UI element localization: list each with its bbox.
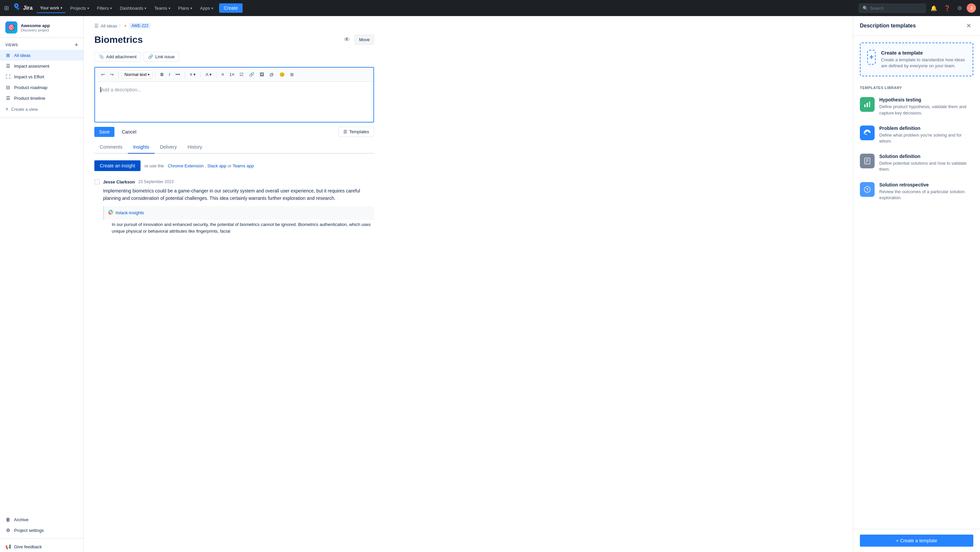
save-button[interactable]: Save [94, 127, 115, 137]
views-header: VIEWS + [0, 38, 83, 50]
sidebar-item-give-feedback[interactable]: 📢 Give feedback [0, 541, 83, 552]
undo-button[interactable]: ↩ [99, 71, 107, 78]
create-template-card[interactable]: + Create a template Create a template to… [860, 43, 973, 76]
slack-app-link[interactable]: Slack app [207, 163, 226, 168]
numbered-list-button[interactable]: 1≡ [228, 71, 237, 78]
notifications-icon[interactable]: 🔔 [929, 3, 939, 13]
chevron-down-icon: ▾ [190, 6, 192, 10]
align-button[interactable]: ≡ ▾ [188, 71, 198, 78]
project-header[interactable]: 🎯 Awesome app Discovery project [0, 16, 83, 38]
breadcrumb-all-ideas[interactable]: All ideas [101, 24, 117, 29]
templates-library-label: TEMPLATES LIBRARY [853, 83, 980, 93]
comment-body: Implementing biometrics could be a game-… [103, 187, 374, 235]
text-style-button[interactable]: Normal text ▾ [121, 70, 153, 79]
sidebar-item-label: Product timeline [14, 96, 45, 101]
sidebar-item-label: All ideas [14, 53, 30, 58]
insights-links: Chrome Extension , Slack app or Teams ap… [168, 163, 254, 168]
toolbar-separator [118, 71, 119, 78]
template-solution-retrospective[interactable]: ? Solution retrospective Review the outc… [853, 177, 980, 206]
watch-button[interactable]: 👁 [342, 34, 352, 45]
avatar[interactable]: J [967, 3, 976, 13]
tab-delivery[interactable]: Delivery [154, 141, 182, 154]
chevron-down-icon: ▾ [60, 6, 62, 10]
bold-button[interactable]: B [158, 71, 165, 78]
template-hypothesis-testing[interactable]: Hypothesis testing Define product hypoth… [853, 93, 980, 121]
checkbox-button[interactable]: ☑ [237, 71, 246, 78]
add-view-icon[interactable]: + [75, 42, 78, 48]
text-color-button[interactable]: A ▾ [204, 71, 214, 78]
nav-right: 🔍 🔔 ❓ ⚙ J [859, 3, 976, 13]
sidebar-item-label: Impact assesment [14, 64, 49, 69]
nav-item-apps[interactable]: Apps ▾ [197, 4, 216, 13]
template-name: Solution definition [879, 154, 973, 159]
tab-history[interactable]: History [182, 141, 208, 154]
insights-bar: Create an insight or use the Chrome Exte… [94, 160, 374, 171]
sidebar-item-project-settings[interactable]: ⚙ Project settings [0, 525, 83, 536]
emoji-button[interactable]: 😊 [277, 71, 287, 78]
create-insight-button[interactable]: Create an insight [94, 160, 140, 171]
product-roadmap-icon: ⊟ [5, 85, 11, 90]
create-view-button[interactable]: + Create a view [0, 104, 83, 115]
panel-footer-create-template-button[interactable]: + Create a template [860, 534, 973, 547]
hyperlink-button[interactable]: 🔗 [247, 71, 256, 78]
nav-item-dashboards[interactable]: Dashboards ▾ [116, 4, 150, 13]
chevron-down-icon: ▾ [88, 6, 89, 10]
chevron-down-icon: ▾ [169, 6, 170, 10]
panel-close-button[interactable]: ✕ [964, 21, 973, 30]
sidebar-item-impact-assessment[interactable]: ☰ Impact assesment [0, 61, 83, 71]
bullet-list-button[interactable]: ≡ [220, 71, 226, 78]
nav-item-projects[interactable]: Projects ▾ [67, 4, 92, 13]
create-button[interactable]: Create [219, 3, 243, 13]
archive-icon: 🗑 [5, 517, 11, 522]
sidebar-item-impact-vs-effort[interactable]: ⛶ Impact vs Effort [0, 71, 83, 82]
tab-insights[interactable]: Insights [128, 141, 154, 154]
mention-button[interactable]: @ [267, 71, 276, 78]
template-info: Problem definition Define what problem y… [879, 126, 973, 144]
template-solution-definition[interactable]: Solution definition Define potential sol… [853, 149, 980, 177]
sidebar-item-all-ideas[interactable]: ⊞ All ideas [0, 50, 83, 61]
editor-body[interactable]: Add a description... [95, 82, 374, 122]
template-problem-definition[interactable]: Problem definition Define what problem y… [853, 121, 980, 149]
logo[interactable]: Jira [12, 3, 32, 13]
move-button[interactable]: Move [355, 35, 374, 45]
templates-button[interactable]: ☰ Templates [338, 126, 374, 137]
search-bar[interactable]: 🔍 [859, 4, 926, 13]
sidebar-item-product-roadmap[interactable]: ⊟ Product roadmap [0, 82, 83, 93]
cancel-button[interactable]: Cancel [117, 127, 141, 137]
nav-item-your-work[interactable]: Your work ▾ [37, 3, 65, 13]
slack-icon [108, 209, 113, 218]
svg-rect-0 [864, 104, 865, 107]
breadcrumb-current: 🔸 AWE-222 [123, 23, 151, 29]
image-button[interactable]: 🖼 [258, 71, 266, 78]
chrome-extension-link[interactable]: Chrome Extension [168, 163, 204, 168]
template-info: Solution definition Define potential sol… [879, 154, 973, 172]
nav-item-teams[interactable]: Teams ▾ [151, 4, 173, 13]
table-button[interactable]: ⊞ [288, 71, 296, 78]
help-icon[interactable]: ❓ [942, 3, 953, 13]
search-input[interactable] [870, 6, 922, 11]
template-description: Define potential solutions and how to va… [879, 160, 973, 172]
nav-item-plans[interactable]: Plans ▾ [175, 4, 196, 13]
grid-icon[interactable]: ⊞ [4, 4, 9, 12]
redo-button[interactable]: ↪ [108, 71, 116, 78]
settings-icon: ⚙ [5, 528, 11, 533]
italic-button[interactable]: I [167, 71, 172, 78]
issue-id-badge[interactable]: AWE-222 [129, 23, 151, 29]
chevron-down-icon: ▾ [110, 6, 112, 10]
tab-comments[interactable]: Comments [94, 141, 128, 154]
editor: ↩ ↪ Normal text ▾ B I ••• ≡ ▾ A ▾ [94, 67, 374, 123]
issue-type-icon: 🔸 [123, 23, 128, 29]
settings-icon[interactable]: ⚙ [955, 3, 964, 13]
project-icon: 🎯 [5, 21, 18, 34]
teams-app-link[interactable]: Teams app [232, 163, 254, 168]
link-issue-button[interactable]: 🔗 Link issue [143, 52, 179, 62]
toolbar-separator [185, 71, 185, 78]
comment-checkbox[interactable] [94, 179, 100, 185]
slack-mention: #slack-insights [103, 206, 374, 220]
nav-item-filters[interactable]: Filters ▾ [94, 4, 115, 13]
comment: Jesse Clarkson 23 September 2023 Impleme… [94, 179, 374, 235]
add-attachment-button[interactable]: 📎 Add attachment [94, 52, 141, 62]
sidebar-item-archive[interactable]: 🗑 Archive [0, 514, 83, 525]
more-button[interactable]: ••• [173, 71, 182, 78]
sidebar-item-product-timeline[interactable]: ☰ Product timeline [0, 93, 83, 104]
